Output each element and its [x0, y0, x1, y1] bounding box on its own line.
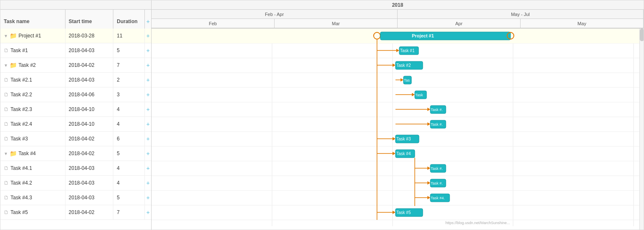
task-name-cell: 🗋 Task #1	[0, 43, 65, 58]
add-cell[interactable]: +	[145, 117, 151, 131]
duration-value: 4	[117, 106, 120, 112]
task-name-text: Task #3	[10, 136, 28, 142]
file-icon: 🗋	[4, 48, 9, 53]
task-name-cell: ▼ 📁 Task #2	[0, 58, 65, 72]
file-icon: 🗋	[4, 195, 9, 201]
gantt-svg: Project #1 Task #1 Task #2	[152, 29, 644, 226]
duration-cell: 4	[113, 161, 145, 175]
svg-marker-21	[393, 63, 395, 67]
collapse-icon[interactable]: ▼	[4, 151, 8, 156]
add-icon[interactable]: +	[146, 135, 149, 142]
add-task-icon[interactable]: +	[146, 18, 149, 25]
add-cell[interactable]: +	[145, 102, 151, 116]
start-time-label: Start time	[69, 19, 92, 24]
year-header: 2018	[152, 0, 644, 10]
start-time-cell: 2018-04-03	[65, 43, 114, 58]
collapse-icon[interactable]: ▼	[4, 34, 8, 38]
start-time-value: 2018-04-03	[69, 180, 94, 186]
left-header-year-spacer	[0, 0, 151, 10]
file-icon: 🗋	[4, 92, 9, 98]
add-icon[interactable]: +	[146, 32, 149, 39]
start-time-cell: 2018-04-10	[65, 117, 114, 131]
add-cell[interactable]: +	[145, 58, 151, 72]
left-column-headers: Task name Start time Duration +	[0, 10, 151, 28]
start-time-cell: 2018-04-02	[65, 132, 114, 146]
project-bar[interactable]	[380, 32, 510, 40]
left-panel-header: Task name Start time Duration +	[0, 0, 152, 28]
start-time-cell: 2018-04-02	[65, 205, 114, 219]
add-cell[interactable]: +	[145, 87, 151, 102]
month-mar: Mar	[275, 19, 398, 28]
file-icon: 🗋	[4, 121, 9, 127]
add-cell[interactable]: +	[145, 205, 151, 219]
folder-icon: 📁	[10, 62, 17, 69]
task-name-cell: 🗋 Task #4.1	[0, 161, 65, 175]
month-apr: Apr	[398, 19, 521, 28]
add-icon[interactable]: +	[146, 121, 149, 127]
add-cell[interactable]: +	[145, 161, 151, 175]
scrollbar-thumb[interactable]	[640, 29, 644, 41]
task-name-text: Task #2	[18, 62, 36, 68]
duration-cell: 7	[113, 58, 145, 72]
duration-cell: 5	[113, 43, 145, 58]
add-cell[interactable]: +	[145, 29, 151, 43]
right-panel-header: 2018 Feb - Apr May - Jul Feb Mar Apr	[152, 0, 644, 28]
add-cell[interactable]: +	[145, 146, 151, 161]
start-time-value: 2018-04-03	[69, 48, 94, 53]
task-name-text: Project #1	[18, 33, 41, 39]
add-icon[interactable]: +	[146, 77, 149, 83]
add-cell[interactable]: +	[145, 43, 151, 58]
add-icon[interactable]: +	[146, 180, 149, 186]
duration-label: Duration	[117, 19, 137, 24]
task-name-text: Task #2.4	[10, 121, 32, 127]
task2_1-label: Tas	[404, 78, 410, 82]
collapse-icon[interactable]: ▼	[4, 63, 8, 68]
scrollbar-track[interactable]	[639, 29, 644, 230]
duration-value: 2	[117, 77, 120, 83]
year-label: 2018	[392, 2, 403, 8]
gantt-svg-container: Project #1 Task #1 Task #2	[152, 29, 644, 230]
task-name-cell: 🗋 Task #2.3	[0, 102, 65, 116]
add-icon[interactable]: +	[146, 165, 149, 172]
table-row: 🗋 Task #4.3 2018-04-03 5 +	[0, 190, 151, 205]
svg-marker-38	[427, 181, 430, 185]
table-row: 🗋 Task #2.2 2018-04-06 3 +	[0, 87, 151, 102]
add-cell[interactable]: +	[145, 176, 151, 190]
start-time-cell: 2018-04-03	[65, 73, 114, 87]
task-name-cell: 🗋 Task #2.4	[0, 117, 65, 131]
duration-value: 7	[117, 209, 120, 215]
add-icon[interactable]: +	[146, 150, 149, 157]
add-icon[interactable]: +	[146, 194, 149, 201]
task-name-text: Task #2.1	[10, 77, 32, 83]
footer-url: https://blog.usdn.net/MarchSunshine...	[445, 221, 510, 225]
file-icon: 🗋	[4, 209, 9, 215]
add-icon[interactable]: +	[146, 91, 149, 98]
svg-marker-19	[396, 49, 399, 52]
duration-value: 11	[117, 33, 122, 39]
folder-icon: 📁	[10, 32, 17, 39]
add-cell[interactable]: +	[145, 190, 151, 205]
start-time-value: 2018-04-02	[69, 209, 94, 215]
add-icon[interactable]: +	[146, 106, 149, 113]
duration-value: 4	[117, 165, 120, 171]
month-may: May	[521, 19, 644, 28]
duration-cell: 11	[113, 29, 145, 43]
duration-cell: 4	[113, 102, 145, 116]
svg-marker-31	[393, 137, 395, 140]
start-time-value: 2018-04-02	[69, 136, 94, 142]
duration-cell: 5	[113, 146, 145, 161]
start-time-cell: 2018-03-28	[65, 29, 114, 43]
table-row: ▼ 📁 Project #1 2018-03-28 11 +	[0, 29, 151, 43]
add-cell[interactable]: +	[145, 132, 151, 146]
add-icon[interactable]: +	[146, 47, 149, 54]
svg-marker-25	[412, 93, 415, 96]
add-icon[interactable]: +	[146, 209, 149, 216]
add-cell[interactable]: +	[145, 73, 151, 87]
duration-cell: 2	[113, 73, 145, 87]
add-icon[interactable]: +	[146, 62, 149, 69]
gantt-chart-area: Project #1 Task #1 Task #2	[152, 29, 644, 230]
start-time-cell: 2018-04-06	[65, 87, 114, 102]
start-time-cell: 2018-04-02	[65, 58, 114, 72]
table-row: 🗋 Task #3 2018-04-02 6 +	[0, 132, 151, 146]
task4_3-label: Task #4.	[431, 196, 445, 200]
